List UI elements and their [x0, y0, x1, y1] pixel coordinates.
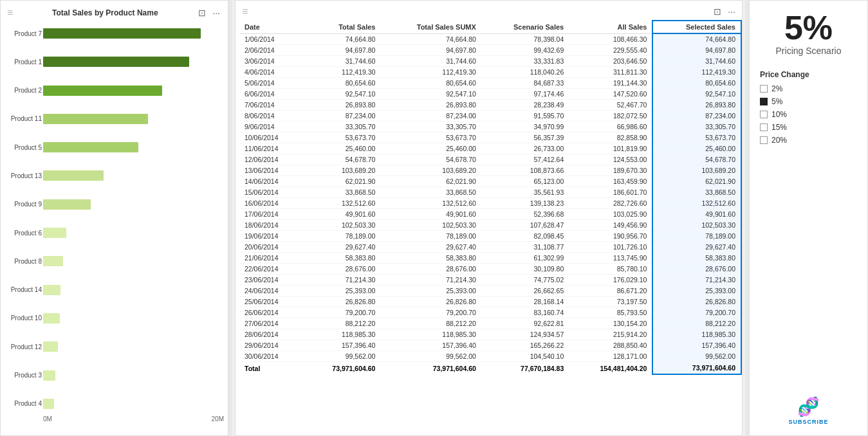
table-row[interactable]: 8/06/201487,234.0087,234.0091,595.70182,… — [239, 111, 741, 122]
checkbox-2%[interactable] — [760, 85, 768, 93]
bar-row[interactable]: Product 10 — [43, 311, 224, 325]
bar-label: Product 8 — [5, 258, 42, 265]
table-cell: 203,646.50 — [569, 56, 652, 67]
table-cell: 87,234.00 — [652, 111, 741, 122]
table-cell: 31,744.60 — [652, 56, 741, 67]
bar-row[interactable]: Product 3 — [43, 368, 224, 383]
table-cell: 118,985.30 — [303, 329, 380, 340]
table-row[interactable]: 15/06/201433,868.5033,868.5035,561.93186… — [239, 187, 741, 198]
drag-handle[interactable]: ≡ — [7, 7, 13, 19]
subscribe-area[interactable]: 🧬 SUBSCRIBE — [788, 396, 828, 425]
table-cell: 13/06/2014 — [239, 165, 303, 176]
bar-row[interactable]: Product 4 — [43, 397, 224, 411]
bar-row[interactable]: Product 2 — [43, 84, 224, 98]
checkbox-row[interactable]: 20% — [760, 136, 857, 145]
col-header-total-sales[interactable]: Total Sales — [303, 21, 380, 33]
table-row[interactable]: 30/06/201499,562.0099,562.00104,540.1012… — [239, 351, 741, 362]
col-header-selected-sales[interactable]: Selected Sales — [652, 21, 741, 33]
bar-row[interactable]: Product 13 — [43, 168, 224, 183]
bar-row[interactable]: Product 1 — [43, 55, 224, 69]
table-cell: 130,154.20 — [569, 318, 652, 329]
table-row[interactable]: 29/06/2014157,396.40157,396.40165,266.22… — [239, 340, 741, 351]
table-cell: 132,512.60 — [303, 198, 380, 209]
checkbox-10%[interactable] — [760, 111, 768, 118]
expand-icon[interactable]: ⊡ — [197, 8, 207, 18]
table-row[interactable]: 20/06/201429,627.4029,627.4031,108.77101… — [239, 242, 741, 253]
table-row[interactable]: 17/06/201449,901.6049,901.6052,396.68103… — [239, 209, 741, 220]
table-cell: 26,826.80 — [303, 296, 380, 307]
bar-row[interactable]: Product 6 — [43, 226, 224, 240]
bar-row[interactable]: Product 5 — [43, 140, 224, 154]
table-expand-icon[interactable]: ⊡ — [712, 6, 723, 17]
bar-label: Product 11 — [5, 115, 42, 122]
table-row[interactable]: 21/06/201458,383.8058,383.8061,302.99113… — [239, 253, 741, 264]
bar-label: Product 4 — [5, 400, 42, 407]
table-cell: 49,901.60 — [380, 209, 481, 220]
table-cell: 18/06/2014 — [239, 220, 303, 231]
table-cell: 88,212.20 — [380, 318, 481, 329]
table-row[interactable]: 1/06/201474,664.8074,664.8078,398.04108,… — [239, 33, 741, 45]
bar-row[interactable]: Product 12 — [43, 340, 224, 354]
table-container[interactable]: DateTotal SalesTotal Sales SUMXScenario … — [239, 20, 742, 431]
checkbox-5%[interactable] — [760, 98, 768, 105]
table-row[interactable]: 16/06/2014132,512.60132,512.60139,138.23… — [239, 198, 741, 209]
table-row[interactable]: 11/06/201425,460.0025,460.0026,733.00101… — [239, 143, 741, 154]
table-cell: 58,383.80 — [380, 253, 481, 264]
table-cell: 16/06/2014 — [239, 198, 303, 209]
table-row[interactable]: 10/06/201453,673.7053,673.7056,357.3982,… — [239, 132, 741, 143]
table-row[interactable]: 6/06/201492,547.1092,547.1097,174.46147,… — [239, 89, 741, 100]
table-row[interactable]: 4/06/2014112,419.30112,419.30118,040.263… — [239, 67, 741, 78]
table-cell: 27/06/2014 — [239, 318, 303, 329]
table-row[interactable]: 25/06/201426,826.8026,826.8028,168.1473,… — [239, 296, 741, 307]
checkbox-15%[interactable] — [760, 123, 768, 131]
table-row[interactable]: 19/06/201478,189.0078,189.0082,098.45190… — [239, 231, 741, 242]
table-row[interactable]: 22/06/201428,676.0028,676.0030,109.8085,… — [239, 264, 741, 275]
table-row[interactable]: 14/06/201462,021.9062,021.9065,123.00163… — [239, 176, 741, 187]
table-more-icon[interactable]: ··· — [726, 6, 737, 17]
table-row[interactable]: 7/06/201426,893.8026,893.8028,238.4952,4… — [239, 100, 741, 111]
table-cell: 80,654.60 — [380, 78, 481, 89]
table-cell: 9/06/2014 — [239, 122, 303, 132]
checkbox-row[interactable]: 5% — [760, 97, 857, 106]
table-row[interactable]: 9/06/201433,305.7033,305.7034,970.9966,9… — [239, 122, 741, 132]
col-header-scenario-sales[interactable]: Scenario Sales — [481, 21, 569, 33]
table-row[interactable]: 12/06/201454,678.7054,678.7057,412.64124… — [239, 154, 741, 165]
checkbox-20%[interactable] — [760, 136, 768, 144]
table-row[interactable]: 13/06/2014103,689.20103,689.20108,873.66… — [239, 165, 741, 176]
table-cell: 163,459.90 — [569, 176, 652, 187]
table-row[interactable]: 26/06/201479,200.7079,200.7083,160.7485,… — [239, 307, 741, 318]
col-header-total-sales-sumx[interactable]: Total Sales SUMX — [380, 21, 481, 33]
table-cell: 29/06/2014 — [239, 340, 303, 351]
table-cell: 3/06/2014 — [239, 56, 303, 67]
checkbox-row[interactable]: 2% — [760, 84, 857, 93]
table-row[interactable]: 2/06/201494,697.8094,697.8099,432.69229,… — [239, 45, 741, 56]
checkbox-row[interactable]: 15% — [760, 123, 857, 132]
bar-row[interactable]: Product 9 — [43, 197, 224, 212]
table-cell: 29,627.40 — [652, 242, 741, 253]
table-row[interactable]: 24/06/201425,393.0025,393.0026,662.6586,… — [239, 286, 741, 296]
table-cell: 101,819.90 — [569, 143, 652, 154]
col-header-date[interactable]: Date — [239, 21, 303, 33]
table-row[interactable]: 28/06/2014118,985.30118,985.30124,934.57… — [239, 329, 741, 340]
bar-row[interactable]: Product 8 — [43, 254, 224, 268]
bar-label: Product 1 — [5, 59, 42, 66]
table-cell: 112,419.30 — [303, 67, 380, 78]
table-row[interactable]: 23/06/201471,214.3071,214.3074,775.02176… — [239, 275, 741, 286]
table-cell: 82,858.90 — [569, 132, 652, 143]
table-row[interactable]: 5/06/201480,654.6080,654.6084,687.33191,… — [239, 78, 741, 89]
table-row[interactable]: 18/06/2014102,503.30102,503.30107,628.47… — [239, 220, 741, 231]
bar-row[interactable]: Product 11 — [43, 112, 224, 126]
table-row[interactable]: 27/06/201488,212.2088,212.2092,622.81130… — [239, 318, 741, 329]
resize-handle-left[interactable] — [228, 0, 232, 436]
more-options-icon[interactable]: ··· — [211, 8, 221, 18]
bar-row[interactable]: Product 7 — [43, 26, 224, 41]
table-drag-handle[interactable]: ≡ — [242, 6, 248, 17]
col-header-all-sales[interactable]: All Sales — [569, 21, 652, 33]
table-cell: 62,021.90 — [380, 176, 481, 187]
table-cell: 112,419.30 — [652, 67, 741, 78]
table-cell: 28,676.00 — [380, 264, 481, 275]
bar-row[interactable]: Product 14 — [43, 283, 224, 297]
table-row[interactable]: 3/06/201431,744.6031,744.6033,331.83203,… — [239, 56, 741, 67]
table-cell: 15/06/2014 — [239, 187, 303, 198]
checkbox-row[interactable]: 10% — [760, 110, 857, 119]
